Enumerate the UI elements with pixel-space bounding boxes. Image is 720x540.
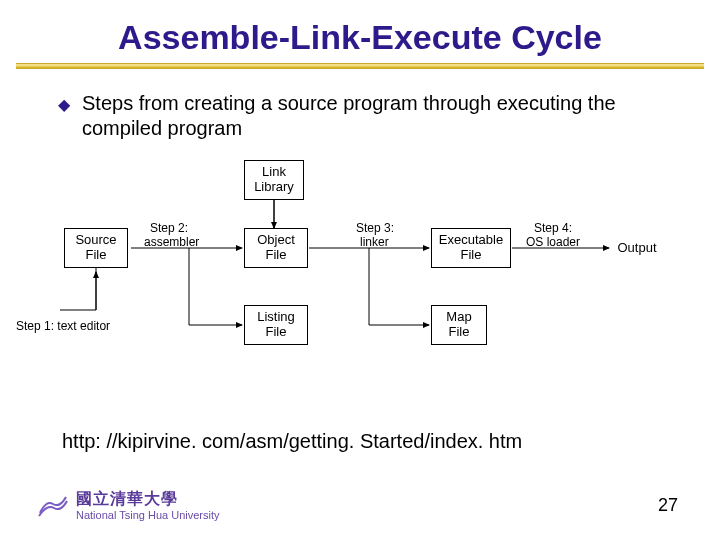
title-underline [16, 63, 704, 69]
box-link-library: LinkLibrary [244, 160, 304, 200]
label-step4b: OS loader [526, 236, 580, 249]
bullet-item: ◆ Steps from creating a source program t… [58, 91, 672, 141]
box-map-file: MapFile [431, 305, 487, 345]
reference-url: http: //kipirvine. com/asm/getting. Star… [62, 430, 522, 453]
logo-text-cn: 國立清華大學 [76, 489, 219, 510]
label-step1: Step 1: text editor [16, 320, 110, 333]
label-step2b: assembler [144, 236, 199, 249]
bullet-text: Steps from creating a source program thr… [82, 91, 672, 141]
diagram-arrows [64, 160, 664, 390]
flow-diagram: SourceFile LinkLibrary ObjectFile Listin… [64, 160, 664, 390]
box-listing-file: ListingFile [244, 305, 308, 345]
page-number: 27 [658, 495, 678, 516]
logo-icon [36, 490, 70, 520]
slide-title: Assemble-Link-Execute Cycle [0, 0, 720, 63]
label-step3a: Step 3: [356, 222, 394, 235]
label-step4a: Step 4: [534, 222, 572, 235]
bullet-icon: ◆ [58, 95, 70, 115]
label-step2a: Step 2: [150, 222, 188, 235]
box-output: Output [611, 236, 663, 260]
box-executable-file: ExecutableFile [431, 228, 511, 268]
box-source-file: SourceFile [64, 228, 128, 268]
label-step3b: linker [360, 236, 389, 249]
logo-text-en: National Tsing Hua University [76, 510, 219, 522]
university-logo: 國立清華大學 National Tsing Hua University [36, 488, 226, 522]
box-object-file: ObjectFile [244, 228, 308, 268]
